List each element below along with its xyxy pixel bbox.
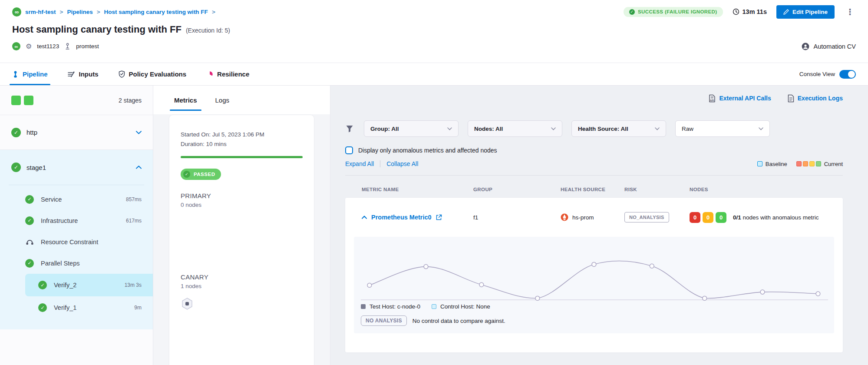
divider bbox=[345, 175, 843, 176]
more-options-menu-icon[interactable]: ⋮ bbox=[844, 7, 856, 17]
test-host-label: Test Host: c-node-0 bbox=[370, 303, 420, 310]
step-verify-1[interactable]: ✓ Verify_1 9m bbox=[25, 296, 153, 319]
chevron-down-icon bbox=[759, 127, 763, 130]
sidebar-stage-stage1[interactable]: ✓ stage1 bbox=[0, 150, 153, 185]
stage-count: 2 stages bbox=[119, 97, 142, 104]
step-verify-2[interactable]: ✓ Verify_2 13m 3s bbox=[25, 274, 153, 296]
anomalous-only-label: Display only anomalous metrics and affec… bbox=[358, 147, 497, 154]
step-infrastructure[interactable]: ✓ Infrastructure 617ms bbox=[0, 210, 153, 231]
execution-duration: 13m 11s bbox=[733, 8, 767, 15]
page-title: Host sampling canary testing with FF bbox=[12, 24, 182, 35]
tab-pipeline[interactable]: Pipeline bbox=[12, 63, 48, 85]
tab-inputs[interactable]: Inputs bbox=[68, 63, 99, 85]
verification-progress-bar bbox=[181, 156, 303, 158]
chart-color-legend: Baseline Current bbox=[757, 161, 843, 167]
current-red-swatch bbox=[796, 161, 802, 166]
console-view-toggle[interactable] bbox=[839, 70, 856, 79]
metrics-panel: API External API Calls Execution Logs Gr… bbox=[330, 86, 868, 365]
collapse-metric-chevron-up-icon[interactable] bbox=[362, 216, 367, 219]
verification-duration: Duration: 10 mins bbox=[181, 139, 303, 149]
success-check-icon: ✓ bbox=[38, 303, 47, 312]
success-check-icon: ✓ bbox=[38, 281, 47, 289]
execution-duration-value: 13m 11s bbox=[743, 8, 767, 15]
group-filter-dropdown[interactable]: Group: All bbox=[364, 120, 459, 137]
resilience-chaos-icon bbox=[206, 71, 213, 78]
tab-logs[interactable]: Logs bbox=[215, 86, 230, 114]
no-analysis-reason: No control data to compare against. bbox=[413, 318, 505, 324]
canary-node-hexagon[interactable] bbox=[181, 297, 303, 310]
breadcrumb: ∞ srm-hf-test > Pipelines > Host samplin… bbox=[12, 7, 215, 17]
sidebar-stage-http[interactable]: ✓ http bbox=[0, 115, 153, 150]
inputs-icon bbox=[68, 71, 75, 78]
col-nodes: NODES bbox=[690, 187, 826, 192]
external-link-icon[interactable] bbox=[436, 214, 442, 220]
triggered-by-user: Automation CV bbox=[802, 43, 856, 50]
chevron-down-icon bbox=[551, 127, 556, 130]
stage-square-icon bbox=[24, 96, 33, 105]
breadcrumb-separator: > bbox=[60, 9, 63, 15]
current-yellow-swatch bbox=[809, 161, 815, 166]
started-on: Started On: Jul 5, 2023 1:06 PM bbox=[181, 130, 303, 139]
anomalous-nodes-summary: 0/1 nodes with anomalous metric bbox=[733, 213, 828, 222]
execution-logs-link[interactable]: Execution Logs bbox=[788, 94, 843, 103]
control-host-swatch bbox=[432, 304, 436, 309]
primary-title: PRIMARY bbox=[181, 192, 303, 199]
status-badge-label: SUCCESS (FAILURE IGNORED) bbox=[638, 9, 717, 14]
metric-chart-svg[interactable] bbox=[359, 243, 830, 302]
stages-summary: 2 stages bbox=[0, 86, 153, 115]
pencil-icon bbox=[783, 9, 789, 15]
chevron-down-icon[interactable] bbox=[136, 131, 142, 134]
chevron-down-icon bbox=[447, 127, 452, 130]
chevron-up-icon[interactable] bbox=[136, 166, 142, 169]
metric-chart-panel: Test Host: c-node-0 Control Host: None N… bbox=[354, 237, 834, 333]
divider bbox=[9, 185, 144, 185]
data-mode-dropdown[interactable]: Raw bbox=[675, 120, 770, 137]
health-source-filter-dropdown[interactable]: Health Source: All bbox=[571, 120, 666, 137]
red-node-count: 0 bbox=[690, 212, 700, 223]
current-label: Current bbox=[824, 161, 843, 167]
breadcrumb-pipelines[interactable]: Pipelines bbox=[67, 9, 92, 15]
collapse-all-link[interactable]: Collapse All bbox=[386, 160, 418, 167]
success-check-icon: ✓ bbox=[25, 216, 34, 225]
tab-metrics[interactable]: Metrics bbox=[174, 86, 197, 114]
stage-square-icon bbox=[11, 96, 21, 105]
stage1-group: ✓ stage1 ✓ Service 857ms ✓ Infrastructur… bbox=[0, 150, 153, 329]
metric-name-link[interactable]: Prometheus Metric0 bbox=[371, 214, 432, 221]
baseline-swatch bbox=[757, 161, 762, 166]
execution-id: (Execution Id: 5) bbox=[186, 27, 230, 34]
stages-sidebar: 2 stages ✓ http ✓ stage1 ✓ Service 857ms bbox=[0, 86, 153, 365]
external-api-calls-link[interactable]: API External API Calls bbox=[709, 94, 771, 103]
step-service[interactable]: ✓ Service 857ms bbox=[0, 189, 153, 210]
console-tabs: Metrics Logs bbox=[153, 86, 330, 114]
execution-tabbar: Pipeline Inputs Policy Evaluations Resil… bbox=[0, 63, 868, 86]
service-tag[interactable]: test1123 bbox=[37, 43, 59, 50]
metric-card: Prometheus Metric0 f1 hs-prom NO_ANALYSI… bbox=[345, 198, 843, 352]
pipeline-status-icon: ∞ bbox=[12, 42, 20, 50]
pipeline-icon bbox=[12, 71, 19, 78]
breadcrumb-separator: > bbox=[212, 9, 215, 15]
breadcrumb-project[interactable]: srm-hf-test bbox=[25, 9, 56, 15]
step-parallel-steps[interactable]: ✓ Parallel Steps bbox=[0, 252, 153, 274]
anomalous-only-checkbox[interactable] bbox=[345, 146, 353, 154]
divider bbox=[380, 160, 380, 167]
resource-constraint-icon bbox=[25, 238, 34, 246]
environment-tag[interactable]: promtest bbox=[76, 43, 99, 50]
nodes-filter-dropdown[interactable]: Nodes: All bbox=[468, 120, 562, 137]
canary-title: CANARY bbox=[181, 273, 303, 281]
control-host-label: Control Host: None bbox=[440, 303, 490, 310]
edit-pipeline-button[interactable]: Edit Pipeline bbox=[776, 5, 835, 19]
success-check-icon: ✓ bbox=[11, 128, 21, 137]
tab-resilience[interactable]: Resilience bbox=[206, 63, 249, 85]
service-gear-icon: ⚙ bbox=[26, 42, 32, 50]
no-analysis-badge: NO ANALYSIS bbox=[361, 315, 407, 326]
clock-icon bbox=[733, 8, 739, 15]
breadcrumb-pipeline-name[interactable]: Host sampling canary testing with FF bbox=[104, 9, 208, 15]
tab-policy-evaluations[interactable]: Policy Evaluations bbox=[119, 63, 187, 85]
col-risk: RISK bbox=[624, 187, 690, 192]
expand-all-link[interactable]: Expand All bbox=[345, 160, 374, 167]
metric-table-row: Prometheus Metric0 f1 hs-prom NO_ANALYSI… bbox=[345, 198, 843, 237]
success-check-icon: ✓ bbox=[629, 9, 635, 15]
shield-check-icon bbox=[119, 70, 125, 78]
step-resource-constraint[interactable]: Resource Constraint bbox=[0, 231, 153, 252]
primary-node-count: 0 nodes bbox=[181, 202, 303, 208]
